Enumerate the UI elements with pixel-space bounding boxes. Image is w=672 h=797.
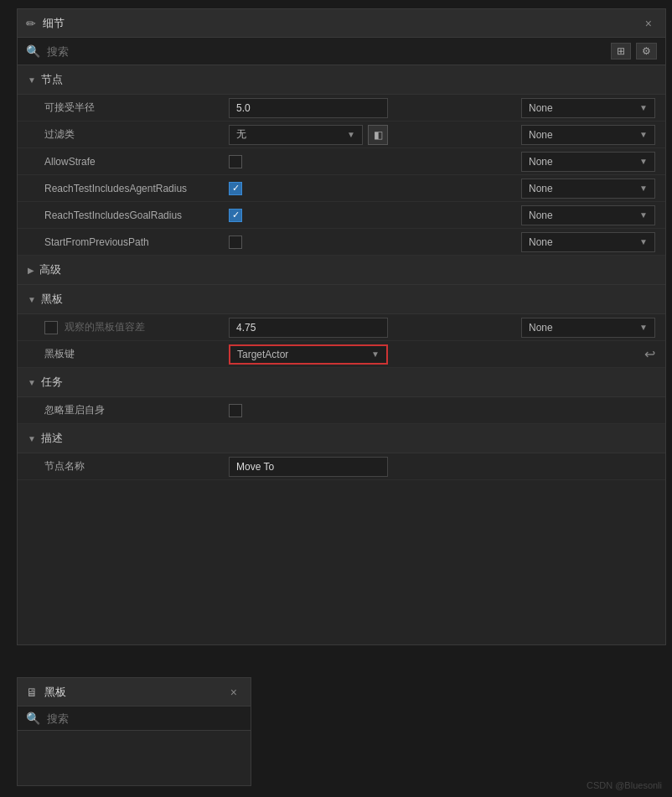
filter-none-arrow: ▼	[639, 130, 648, 139]
search-icon: 🔍	[26, 44, 40, 58]
observe-none-text: None	[529, 322, 634, 334]
filter-small-icon: ◧	[374, 129, 383, 141]
property-node-name: 节点名称	[18, 453, 665, 480]
filter-none-dropdown[interactable]: None ▼	[521, 125, 655, 145]
grid-view-button[interactable]: ⊞	[611, 43, 631, 60]
start-prev-none-arrow: ▼	[639, 237, 648, 246]
filter-dropdown[interactable]: 无 ▼	[229, 125, 363, 145]
start-prev-checkbox[interactable]	[229, 235, 242, 249]
observe-value-area	[229, 318, 521, 338]
ignore-restart-checkbox[interactable]	[229, 404, 242, 417]
reach-agent-label: ReachTestIncludesAgentRadius	[44, 183, 229, 194]
miaoshu-title: 描述	[41, 431, 63, 446]
blackboard-panel-title: 黑板	[44, 685, 219, 700]
board-key-reset-button[interactable]: ↩	[644, 346, 655, 362]
property-board-key: 黑板键 TargetActor ▼ ↩	[18, 341, 665, 368]
allowstrafe-value-area	[229, 155, 521, 168]
filter-icon-button[interactable]: ◧	[368, 125, 388, 145]
blackboard-search-bar: 🔍	[18, 706, 251, 731]
renwu-title: 任务	[41, 375, 63, 390]
radius-none-text: None	[529, 102, 634, 114]
search-actions: ⊞ ⚙	[611, 43, 657, 60]
filter-dropdown-arrow: ▼	[347, 130, 355, 139]
start-prev-none-text: None	[529, 236, 634, 248]
board-key-dropdown-text: TargetActor	[237, 349, 366, 360]
reach-agent-checkbox[interactable]	[229, 182, 242, 195]
reach-goal-value-area	[229, 209, 521, 222]
allowstrafe-label: AllowStrafe	[44, 156, 229, 168]
section-gaoji[interactable]: ▶ 高级	[18, 256, 665, 285]
radius-none-dropdown[interactable]: None ▼	[521, 98, 655, 118]
filter-none-text: None	[529, 129, 634, 141]
ignore-restart-label: 忽略重启自身	[44, 403, 229, 417]
observe-label: 观察的黑板值容差	[65, 320, 145, 334]
board-key-label: 黑板键	[44, 347, 229, 361]
reach-agent-none-dropdown[interactable]: None ▼	[521, 179, 655, 199]
blackboard-panel-header: 🖥 黑板 ×	[18, 678, 251, 706]
radius-input[interactable]	[229, 98, 388, 118]
gaoji-arrow: ▶	[28, 266, 34, 275]
property-filter: 过滤类 无 ▼ ◧ None ▼	[18, 122, 665, 148]
property-ignore-restart: 忽略重启自身	[18, 397, 665, 424]
filter-label: 过滤类	[44, 127, 229, 142]
watermark: CSDN @Bluesonli	[587, 780, 662, 790]
board-key-dropdown-arrow: ▼	[371, 349, 380, 359]
blackboard-search-input[interactable]	[47, 712, 242, 725]
gaoji-title: 高级	[39, 262, 61, 277]
reach-goal-label: ReachTestIncludesGoalRadius	[44, 210, 229, 221]
detail-search-bar: 🔍 ⊞ ⚙	[18, 38, 665, 65]
miaoshu-arrow: ▼	[28, 434, 36, 443]
allowstrafe-none-text: None	[529, 156, 634, 168]
reach-goal-none-text: None	[529, 210, 634, 221]
property-radius: 可接受半径 None ▼	[18, 95, 665, 122]
property-reach-agent: ReachTestIncludesAgentRadius None ▼	[18, 175, 665, 202]
reach-agent-none-text: None	[529, 183, 634, 194]
blackboard-panel-close[interactable]: ×	[225, 684, 242, 701]
node-name-input[interactable]	[229, 457, 388, 477]
detail-search-input[interactable]	[47, 45, 604, 58]
edit-icon: ✏	[26, 17, 36, 30]
radius-value-area	[229, 98, 521, 118]
renwu-arrow: ▼	[28, 378, 36, 387]
section-jiedian[interactable]: ▼ 节点	[18, 65, 665, 95]
detail-panel: ✏ 细节 × 🔍 ⊞ ⚙ ▼ 节点 可接受半径 None ▼ 过滤类 无	[17, 8, 666, 645]
allowstrafe-none-dropdown[interactable]: None ▼	[521, 152, 655, 172]
heiban-arrow: ▼	[28, 295, 36, 304]
monitor-icon: 🖥	[26, 686, 38, 699]
property-observe: 观察的黑板值容差 None ▼	[18, 314, 665, 341]
ignore-restart-value-area	[229, 404, 655, 417]
observe-checkbox[interactable]	[44, 321, 58, 334]
detail-panel-header: ✏ 细节 ×	[18, 9, 665, 38]
section-heiban[interactable]: ▼ 黑板	[18, 285, 665, 314]
property-allowstrafe: AllowStrafe None ▼	[18, 148, 665, 175]
reach-goal-none-arrow: ▼	[639, 210, 648, 220]
radius-none-arrow: ▼	[639, 103, 648, 112]
board-key-value-area: TargetActor ▼	[229, 344, 639, 365]
blackboard-panel: 🖥 黑板 × 🔍	[17, 677, 251, 786]
reach-goal-checkbox[interactable]	[229, 209, 242, 222]
settings-button[interactable]: ⚙	[636, 43, 657, 60]
reach-agent-value-area	[229, 182, 521, 195]
node-name-label: 节点名称	[44, 459, 229, 474]
node-name-value-area	[229, 457, 655, 477]
allowstrafe-checkbox[interactable]	[229, 155, 242, 168]
blackboard-search-icon: 🔍	[26, 712, 40, 725]
section-miaoshu[interactable]: ▼ 描述	[18, 424, 665, 453]
start-prev-value-area	[229, 235, 521, 249]
board-key-dropdown[interactable]: TargetActor ▼	[229, 344, 388, 365]
jiedian-title: 节点	[41, 72, 63, 87]
property-start-prev: StartFromPreviousPath None ▼	[18, 229, 665, 256]
reach-goal-none-dropdown[interactable]: None ▼	[521, 205, 655, 225]
filter-value-area: 无 ▼ ◧	[229, 125, 521, 145]
section-renwu[interactable]: ▼ 任务	[18, 368, 665, 397]
radius-label: 可接受半径	[44, 101, 229, 115]
observe-input[interactable]	[229, 318, 388, 338]
detail-panel-title: 细节	[43, 16, 633, 31]
detail-panel-close[interactable]: ×	[640, 15, 657, 32]
heiban-title: 黑板	[41, 292, 63, 307]
start-prev-none-dropdown[interactable]: None ▼	[521, 232, 655, 252]
allowstrafe-none-arrow: ▼	[639, 157, 648, 166]
observe-none-dropdown[interactable]: None ▼	[521, 318, 655, 338]
start-prev-label: StartFromPreviousPath	[44, 236, 229, 248]
observe-none-arrow: ▼	[639, 323, 648, 332]
